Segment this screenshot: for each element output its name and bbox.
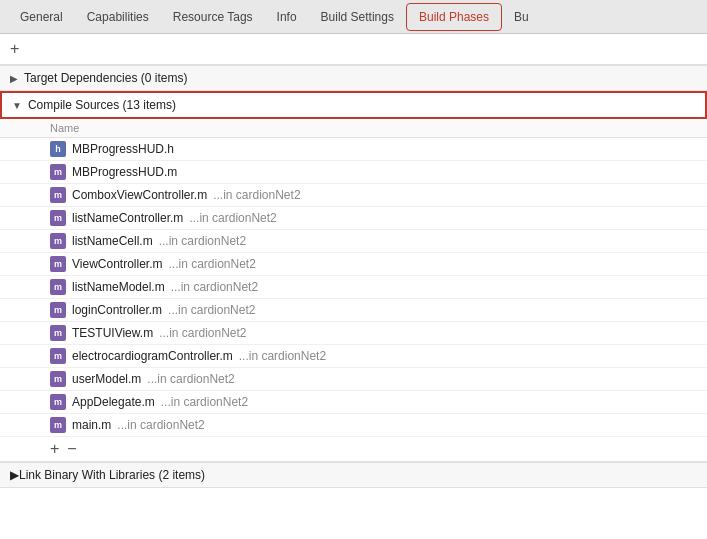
file-icon-m: m [50,233,66,249]
file-icon-m: m [50,302,66,318]
file-location: ...in cardionNet2 [171,280,258,294]
file-name: ComboxViewController.m [72,188,207,202]
file-icon-m: m [50,394,66,410]
file-icon-m: m [50,210,66,226]
file-name: AppDelegate.m [72,395,155,409]
file-location: ...in cardionNet2 [168,303,255,317]
file-icon-m: m [50,371,66,387]
file-icon-m: m [50,348,66,364]
file-icon-m: m [50,256,66,272]
file-location: ...in cardionNet2 [117,418,204,432]
file-name: MBProgressHUD.m [72,165,177,179]
name-column-header: Name [50,122,79,134]
file-icon-h: h [50,141,66,157]
main-content: + ▶ Target Dependencies (0 items) ▼ Comp… [0,34,707,539]
file-name: loginController.m [72,303,162,317]
file-icon-m: m [50,164,66,180]
compile-sources-footer: + − [0,437,707,462]
target-dependencies-label: Target Dependencies (0 items) [24,71,187,85]
file-location: ...in cardionNet2 [189,211,276,225]
file-name: listNameController.m [72,211,183,225]
file-name: listNameModel.m [72,280,165,294]
file-location: ...in cardionNet2 [147,372,234,386]
file-row-12[interactable]: m main.m ...in cardionNet2 [0,414,707,437]
file-row-2[interactable]: m ComboxViewController.m ...in cardionNe… [0,184,707,207]
tab-build-phases[interactable]: Build Phases [406,3,502,31]
add-file-button[interactable]: + [50,441,59,457]
tab-bar: General Capabilities Resource Tags Info … [0,0,707,34]
target-dependencies-arrow: ▶ [10,73,18,84]
file-name: userModel.m [72,372,141,386]
file-icon-m: m [50,417,66,433]
file-name: electrocardiogramController.m [72,349,233,363]
compile-sources-section[interactable]: ▼ Compile Sources (13 items) [0,91,707,119]
tab-capabilities[interactable]: Capabilities [75,4,161,30]
file-row-10[interactable]: m userModel.m ...in cardionNet2 [0,368,707,391]
file-name: main.m [72,418,111,432]
file-row-7[interactable]: m loginController.m ...in cardionNet2 [0,299,707,322]
file-location: ...in cardionNet2 [161,395,248,409]
tab-info[interactable]: Info [265,4,309,30]
target-dependencies-section[interactable]: ▶ Target Dependencies (0 items) [0,65,707,91]
link-binary-section[interactable]: ▶ Link Binary With Libraries (2 items) [0,462,707,488]
file-icon-m: m [50,325,66,341]
file-row-11[interactable]: m AppDelegate.m ...in cardionNet2 [0,391,707,414]
tab-build-settings[interactable]: Build Settings [309,4,406,30]
compile-sources-arrow: ▼ [12,100,22,111]
add-phase-button[interactable]: + [10,40,19,57]
file-location: ...in cardionNet2 [159,234,246,248]
column-header-row: Name [0,119,707,138]
link-binary-label: Link Binary With Libraries (2 items) [19,468,205,482]
file-location: ...in cardionNet2 [239,349,326,363]
file-row-8[interactable]: m TESTUIView.m ...in cardionNet2 [0,322,707,345]
compile-sources-label: Compile Sources (13 items) [28,98,176,112]
file-name: TESTUIView.m [72,326,153,340]
file-icon-m: m [50,279,66,295]
file-location: ...in cardionNet2 [213,188,300,202]
file-icon-m: m [50,187,66,203]
file-location: ...in cardionNet2 [159,326,246,340]
file-row-4[interactable]: m listNameCell.m ...in cardionNet2 [0,230,707,253]
add-row: + [0,34,707,65]
tab-bu[interactable]: Bu [502,4,541,30]
file-row-1[interactable]: m MBProgressHUD.m [0,161,707,184]
file-row-3[interactable]: m listNameController.m ...in cardionNet2 [0,207,707,230]
tab-resource-tags[interactable]: Resource Tags [161,4,265,30]
tab-general[interactable]: General [8,4,75,30]
file-row-9[interactable]: m electrocardiogramController.m ...in ca… [0,345,707,368]
file-location: ...in cardionNet2 [168,257,255,271]
file-row-0[interactable]: h MBProgressHUD.h [0,138,707,161]
file-row-6[interactable]: m listNameModel.m ...in cardionNet2 [0,276,707,299]
link-binary-arrow: ▶ [10,468,19,482]
file-name: MBProgressHUD.h [72,142,174,156]
remove-file-button[interactable]: − [67,441,76,457]
file-name: listNameCell.m [72,234,153,248]
file-name: ViewController.m [72,257,162,271]
file-row-5[interactable]: m ViewController.m ...in cardionNet2 [0,253,707,276]
